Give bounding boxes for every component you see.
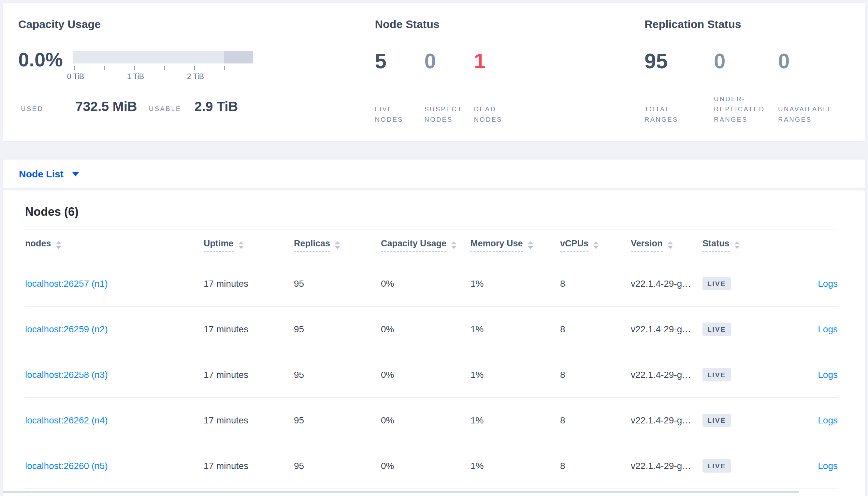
- column-header-uptime[interactable]: Uptime: [204, 230, 294, 261]
- replication-status-title: Replication Status: [644, 18, 850, 30]
- uptime-cell: 17 minutes: [204, 443, 294, 489]
- tick-label-1: 1 TiB: [127, 72, 144, 81]
- column-header-memory-use[interactable]: Memory Use: [470, 230, 560, 261]
- capacity-usage-cell: 0%: [381, 443, 470, 489]
- replicas-cell: 95: [294, 443, 381, 489]
- vcpus-cell: 8: [560, 261, 631, 307]
- version-cell: v22.1.4-29-g…: [631, 261, 703, 307]
- node-list-dropdown[interactable]: Node List: [19, 169, 79, 180]
- table-header-row: nodes Uptime Replicas Capacity Usage: [25, 230, 838, 261]
- vcpus-cell: 8: [560, 398, 631, 443]
- under-replicated-ranges-count: 0: [714, 49, 725, 73]
- used-value: 732.5 MiB: [76, 99, 137, 114]
- view-selector-bar: Node List: [3, 159, 865, 189]
- memory-use-cell: 1%: [470, 398, 560, 443]
- table-row: localhost:26257 (n1) 17 minutes 95 0% 1%…: [25, 261, 838, 307]
- version-cell: v22.1.4-29-g…: [631, 443, 703, 489]
- capacity-percent-value: 0.0%: [18, 49, 73, 82]
- column-header-logs-spacer: [774, 230, 838, 261]
- sort-icon: [335, 241, 341, 249]
- capacity-usage-title: Capacity Usage: [18, 18, 375, 30]
- sort-icon: [734, 241, 740, 249]
- column-header-capacity-usage[interactable]: Capacity Usage: [381, 230, 470, 261]
- capacity-usage-cell: 0%: [381, 398, 470, 443]
- capacity-bar-other-segment: [224, 51, 253, 63]
- under-replicated-ranges-label: UNDER-REPLICATED RANGES: [714, 94, 777, 125]
- node-status-values: 5 0 1: [375, 50, 645, 73]
- logs-link[interactable]: Logs: [818, 461, 838, 471]
- table-row: localhost:26258 (n3) 17 minutes 95 0% 1%…: [25, 352, 838, 398]
- chevron-down-icon: [72, 172, 79, 176]
- status-badge: LIVE: [703, 368, 731, 382]
- dead-nodes-count: 1: [474, 49, 486, 73]
- unavailable-ranges-label: UNAVAILABLE RANGES: [778, 104, 845, 125]
- usable-label: USABLE: [149, 105, 181, 113]
- memory-use-cell: 1%: [470, 443, 560, 489]
- column-header-vcpus[interactable]: vCPUs: [560, 230, 631, 261]
- nodes-panel: Nodes (6) nodes Uptime: [3, 190, 865, 496]
- sort-icon: [56, 241, 62, 249]
- logs-link[interactable]: Logs: [818, 370, 838, 380]
- live-nodes-label: LIVE NODES: [375, 104, 418, 125]
- column-header-status[interactable]: Status: [703, 230, 774, 261]
- nodes-table: nodes Uptime Replicas Capacity Usage: [25, 229, 838, 489]
- logs-link[interactable]: Logs: [818, 415, 838, 425]
- capacity-bar-track: [73, 51, 253, 63]
- replicas-cell: 95: [294, 307, 381, 352]
- logs-link[interactable]: Logs: [818, 279, 838, 289]
- sort-icon: [527, 241, 533, 249]
- sort-icon: [451, 241, 457, 249]
- capacity-used-usable-row: USED 732.5 MiB USABLE 2.9 TiB: [18, 99, 375, 114]
- used-label: USED: [21, 105, 44, 113]
- column-header-nodes[interactable]: nodes: [25, 230, 204, 261]
- uptime-cell: 17 minutes: [204, 352, 294, 398]
- node-link[interactable]: localhost:26259 (n2): [25, 324, 108, 334]
- live-nodes-count: 5: [375, 49, 387, 73]
- table-row: localhost:26259 (n2) 17 minutes 95 0% 1%…: [25, 307, 838, 352]
- capacity-usage-chart: 0.0% 0 TiB 1 TiB 2 TiB: [18, 49, 375, 82]
- column-header-replicas[interactable]: Replicas: [294, 230, 381, 261]
- capacity-axis-labels: 0 TiB 1 TiB 2 TiB: [73, 72, 253, 82]
- capacity-usage-cell: 0%: [381, 261, 470, 307]
- node-status-labels: LIVE NODES SUSPECT NODES DEAD NODES: [375, 93, 645, 125]
- uptime-cell: 17 minutes: [204, 261, 294, 307]
- unavailable-ranges-count: 0: [778, 49, 790, 73]
- replicas-cell: 95: [294, 398, 381, 443]
- node-link[interactable]: localhost:26258 (n3): [25, 370, 108, 380]
- capacity-bar-chart: 0 TiB 1 TiB 2 TiB: [73, 51, 253, 82]
- uptime-cell: 17 minutes: [204, 307, 294, 352]
- total-ranges-label: TOTAL RANGES: [644, 104, 698, 125]
- usable-value: 2.9 TiB: [195, 99, 238, 114]
- replication-status-section: Replication Status 95 0 0 TOTAL RANGES U…: [644, 18, 850, 141]
- node-link[interactable]: localhost:26257 (n1): [25, 279, 108, 289]
- capacity-usage-section: Capacity Usage 0.0% 0 TiB 1 TiB 2 TiB: [18, 18, 375, 141]
- horizontal-scrollbar[interactable]: [3, 491, 799, 493]
- memory-use-cell: 1%: [470, 352, 560, 398]
- cluster-overview-page: Capacity Usage 0.0% 0 TiB 1 TiB 2 TiB: [0, 0, 868, 496]
- replicas-cell: 95: [294, 261, 381, 307]
- nodes-heading: Nodes (6): [25, 205, 837, 219]
- vcpus-cell: 8: [560, 352, 631, 398]
- tick-label-0: 0 TiB: [67, 72, 84, 81]
- suspect-nodes-count: 0: [424, 49, 436, 73]
- capacity-axis-ticks: [73, 65, 253, 71]
- vcpus-cell: 8: [560, 307, 631, 352]
- sort-icon: [667, 241, 673, 249]
- capacity-usage-cell: 0%: [381, 352, 470, 398]
- node-link[interactable]: localhost:26260 (n5): [25, 461, 108, 471]
- version-cell: v22.1.4-29-g…: [631, 352, 703, 398]
- total-ranges-count: 95: [644, 49, 668, 73]
- vcpus-cell: 8: [560, 443, 631, 489]
- node-status-title: Node Status: [375, 18, 645, 30]
- replication-labels: TOTAL RANGES UNDER-REPLICATED RANGES UNA…: [644, 93, 850, 125]
- logs-link[interactable]: Logs: [818, 324, 838, 334]
- version-cell: v22.1.4-29-g…: [631, 398, 703, 443]
- version-cell: v22.1.4-29-g…: [631, 307, 703, 352]
- table-row: localhost:26262 (n4) 17 minutes 95 0% 1%…: [25, 398, 838, 443]
- node-list-dropdown-label: Node List: [19, 169, 63, 180]
- capacity-usage-cell: 0%: [381, 307, 470, 352]
- status-badge: LIVE: [703, 459, 731, 472]
- node-link[interactable]: localhost:26262 (n4): [25, 415, 108, 425]
- memory-use-cell: 1%: [470, 307, 560, 352]
- column-header-version[interactable]: Version: [631, 230, 703, 261]
